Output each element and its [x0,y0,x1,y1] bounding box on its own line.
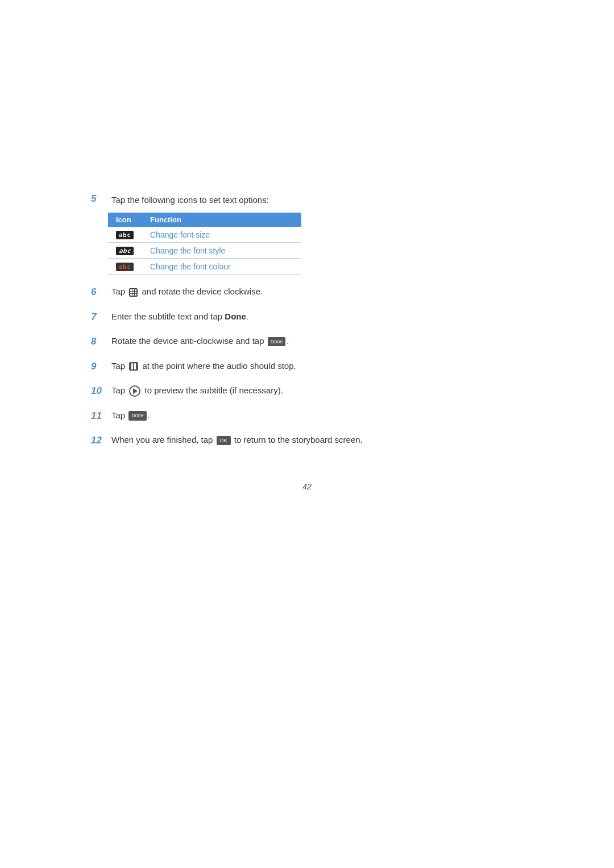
step-7-container: 7 Enter the subtitle text and tap Done. [91,310,523,325]
step-10-container: 10 Tap to preview the subtitle (if neces… [91,384,523,398]
step-5-number: 5 [91,193,108,205]
step-8-number: 8 [91,334,108,349]
pause-icon [129,362,138,371]
step-8-container: 8 Rotate the device anti-clockwise and t… [91,334,523,349]
icon-table-container: Icon Function abc Change font size abc [108,213,523,275]
icon-cell-3: abc [108,259,142,275]
abc-icon-normal: abc [116,231,134,239]
step-5-container: 5 Tap the following icons to set text op… [91,193,523,207]
done-bold-text: Done [225,312,246,321]
table-row: abc Change the font colour [108,259,301,275]
function-text-2: Change the font style [150,246,225,255]
grid-icon [129,288,138,297]
function-cell-2: Change the font style [142,243,301,259]
function-cell-1: Change font size [142,227,301,243]
step-9-container: 9 Tap at the point where the audio shoul… [91,359,523,374]
ok-button-icon: OK [217,436,231,445]
done-button-icon-2: Done [128,411,147,420]
table-row: abc Change font size [108,227,301,243]
function-text-1: Change font size [150,230,210,239]
table-header-icon: Icon [108,213,142,227]
step-12-container: 12 When you are finished, tap OK to retu… [91,433,523,448]
table-row: abc Change the font style [108,243,301,259]
step-9-text: Tap at the point where the audio should … [111,359,523,373]
step-11-text: Tap Done. [111,409,523,422]
step-6-text: Tap and rotate the device clockwise. [111,285,523,298]
done-button-icon: Done [268,337,286,346]
step-10-text: Tap to preview the subtitle (if necessar… [111,384,523,397]
step-6-container: 6 Tap and rotate the device clockwise. [91,285,523,300]
step-8-text: Rotate the device anti-clockwise and tap… [111,334,523,348]
function-cell-3: Change the font colour [142,259,301,275]
icon-function-table: Icon Function abc Change font size abc [108,213,301,275]
function-text-3: Change the font colour [150,262,231,271]
page-number: 42 [91,482,523,491]
step-11-number: 11 [91,409,108,423]
step-9-number: 9 [91,359,108,374]
step-6-number: 6 [91,285,108,300]
step-12-number: 12 [91,433,108,448]
icon-cell-2: abc [108,243,142,259]
step-5-intro-text: Tap the following icons to set text opti… [111,193,523,207]
play-circle-icon [129,385,140,397]
abc-icon-colored: abc [116,263,134,271]
step-12-text: When you are finished, tap OK to return … [111,433,523,447]
step-11-container: 11 Tap Done. [91,409,523,423]
step-7-number: 7 [91,310,108,325]
table-header-function: Function [142,213,301,227]
step-7-text: Enter the subtitle text and tap Done. [111,310,523,323]
icon-cell-1: abc [108,227,142,243]
step-10-number: 10 [91,384,108,398]
abc-icon-italic: abc [116,247,134,255]
